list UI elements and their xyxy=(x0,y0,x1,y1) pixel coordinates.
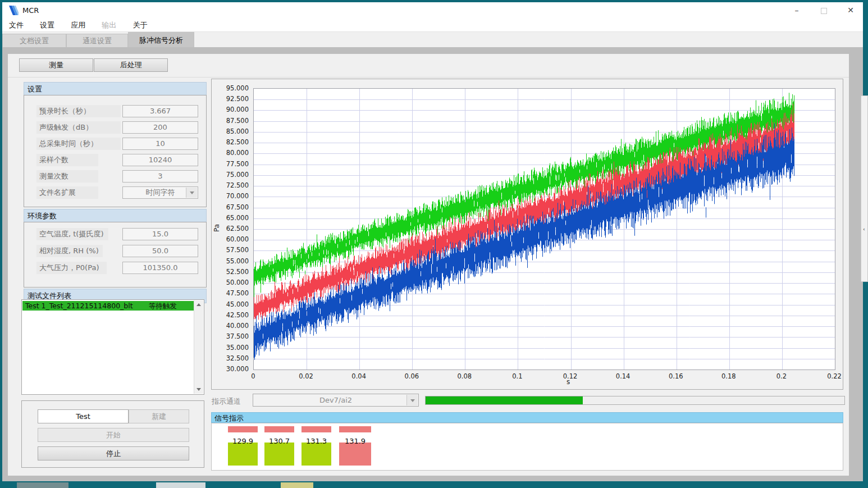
y-tick-label: 30.000 xyxy=(213,365,249,373)
minimize-button[interactable]: – xyxy=(784,2,809,18)
y-tick-label: 87.500 xyxy=(213,117,249,125)
y-tick-label: 50.000 xyxy=(213,279,249,286)
y-tick-label: 52.500 xyxy=(213,268,249,276)
title-bar: MCR – ✕ xyxy=(2,2,863,18)
chart-panel: Pa s 95.00092.50090.00087.50085.00082.50… xyxy=(211,79,843,390)
dropdown-arrow-box[interactable] xyxy=(186,188,197,198)
y-tick-label: 32.500 xyxy=(213,354,249,362)
x-tick-label: 0.22 xyxy=(819,372,850,380)
field-label-trigger-level: 声级触发（dB） xyxy=(36,121,121,134)
new-button: 新建 xyxy=(129,409,189,423)
y-tick-label: 75.000 xyxy=(213,171,249,179)
signal-value: 131.3 xyxy=(301,437,331,445)
chevron-left-icon: ‹ xyxy=(863,226,865,232)
y-tick-label: 95.000 xyxy=(213,84,249,92)
y-tick-label: 60.000 xyxy=(213,235,249,243)
tab-bar: 文档设置 通道设置 脉冲信号分析 xyxy=(2,32,863,47)
field-value-trigger-level[interactable]: 200 xyxy=(122,121,198,134)
side-panel-handle[interactable]: ‹ xyxy=(861,95,868,282)
signal-indicator-panel: 129.9130.7131.3131.9 xyxy=(211,423,843,471)
y-tick-label: 90.000 xyxy=(213,106,249,113)
signal-plot[interactable] xyxy=(253,88,835,370)
list-scrollbar[interactable] xyxy=(194,300,203,394)
field-label-measure-times: 测量次数 xyxy=(36,170,98,183)
x-tick-label: 0.04 xyxy=(343,372,374,380)
desktop-background: MCR – ✕ 文件 设置 应用 输出 关于 文档设置 通道设置 脉冲信号分析 … xyxy=(0,0,868,488)
dropdown-arrow-box[interactable] xyxy=(406,395,418,405)
progress-fill xyxy=(426,396,583,404)
y-tick-label: 92.500 xyxy=(213,95,249,103)
field-value-air-temp[interactable]: 15.0 xyxy=(122,228,198,240)
x-tick-label: 0.16 xyxy=(660,372,692,380)
field-value-total-time[interactable]: 10 xyxy=(122,138,198,150)
x-tick-label: 0.12 xyxy=(555,372,586,380)
signal-column: 130.7 xyxy=(264,423,294,471)
list-item[interactable]: Test 1_Test_211215114800_blt 等待触发 xyxy=(22,301,194,311)
x-tick-label: 0.08 xyxy=(449,372,480,380)
y-tick-label: 85.000 xyxy=(213,127,249,135)
menu-bar: 文件 设置 应用 输出 关于 xyxy=(2,18,863,32)
field-label-air-temp: 空气温度, t(摄氏度) xyxy=(36,228,108,240)
signal-block xyxy=(301,443,331,466)
chevron-down-icon xyxy=(190,191,194,194)
scroll-down-icon[interactable] xyxy=(197,388,201,391)
run-controls-panel: Test 新建 开始 停止 xyxy=(21,400,204,468)
y-tick-label: 80.000 xyxy=(213,149,249,157)
signal-block xyxy=(228,443,258,466)
x-tick-label: 0.02 xyxy=(290,372,322,380)
test-file-list[interactable]: Test 1_Test_211215114800_blt 等待触发 xyxy=(21,299,204,395)
menu-about[interactable]: 关于 xyxy=(126,18,154,33)
list-item-name: Test 1_Test_211215114800_blt xyxy=(22,302,133,310)
stop-button[interactable]: 停止 xyxy=(38,446,189,460)
menu-apply[interactable]: 应用 xyxy=(64,18,92,33)
signal-top-bar xyxy=(264,426,294,432)
progress-bar xyxy=(425,396,845,405)
y-tick-label: 72.500 xyxy=(213,181,249,189)
field-value-prerecord[interactable]: 3.667 xyxy=(122,105,198,117)
app-logo-icon xyxy=(9,6,19,15)
tab-pulse-signal-analysis[interactable]: 脉冲信号分析 xyxy=(128,32,194,47)
measure-button[interactable]: 测量 xyxy=(19,58,93,72)
menu-settings[interactable]: 设置 xyxy=(33,18,61,33)
start-button: 开始 xyxy=(38,428,189,442)
field-value-pressure[interactable]: 101350.0 xyxy=(122,262,198,274)
field-value-humidity[interactable]: 50.0 xyxy=(122,245,198,257)
field-label-prerecord: 预录时长（秒） xyxy=(36,105,121,117)
indicator-channel-dropdown[interactable]: Dev7/ai2 xyxy=(253,394,419,407)
scroll-up-icon[interactable] xyxy=(197,303,201,306)
close-button[interactable]: ✕ xyxy=(838,2,863,18)
field-label-humidity: 相对湿度, RH (%) xyxy=(36,245,103,257)
tab-channel-settings[interactable]: 通道设置 xyxy=(66,34,128,47)
indicator-channel-label: 指示通道 xyxy=(212,396,241,407)
signal-column: 131.9 xyxy=(339,423,371,471)
signal-value: 129.9 xyxy=(228,437,258,445)
y-tick-label: 47.500 xyxy=(213,289,249,297)
field-label-pressure: 大气压力，P0(Pa) xyxy=(36,262,107,274)
post-process-button[interactable]: 后处理 xyxy=(94,58,168,72)
y-tick-label: 62.500 xyxy=(213,225,249,232)
x-tick-label: 0.14 xyxy=(607,372,639,380)
toolbar-divider xyxy=(8,77,849,77)
y-tick-label: 45.000 xyxy=(213,300,249,308)
maximize-icon xyxy=(821,8,827,14)
x-tick-label: 0 xyxy=(237,372,269,380)
test-name-input[interactable]: Test xyxy=(38,409,129,423)
field-value-sample-count[interactable]: 10240 xyxy=(122,154,198,166)
field-label-sample-count: 采样个数 xyxy=(36,154,98,166)
taskbar-fragment xyxy=(281,482,313,488)
signal-value: 130.7 xyxy=(264,437,294,445)
y-tick-label: 40.000 xyxy=(213,322,249,330)
menu-file[interactable]: 文件 xyxy=(2,18,30,33)
indicator-channel-value: Dev7/ai2 xyxy=(319,396,352,404)
field-value-measure-times[interactable]: 3 xyxy=(122,170,198,183)
tab-document-settings[interactable]: 文档设置 xyxy=(2,34,66,47)
signal-column: 129.9 xyxy=(228,423,258,471)
filename-ext-dropdown[interactable]: 时间字符 xyxy=(122,186,198,199)
x-tick-label: 0.1 xyxy=(501,372,533,380)
y-tick-label: 70.000 xyxy=(213,192,249,200)
field-label-filename-ext: 文件名扩展 xyxy=(36,186,98,199)
menu-output: 输出 xyxy=(95,18,123,33)
signal-block xyxy=(264,443,294,466)
maximize-button[interactable] xyxy=(811,2,836,18)
x-tick-label: 0.2 xyxy=(766,372,797,380)
